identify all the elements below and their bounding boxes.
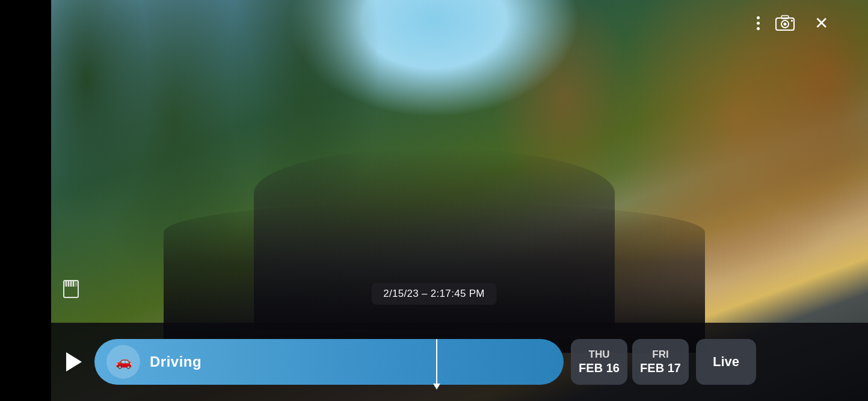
- live-label: Live: [713, 354, 739, 370]
- thu-label: THU: [589, 349, 610, 361]
- play-icon: [66, 352, 82, 371]
- feb16-label: FEB 16: [579, 361, 620, 375]
- car-icon: 🚗: [115, 354, 132, 370]
- screenshot-button[interactable]: [774, 12, 796, 34]
- play-button[interactable]: [61, 349, 87, 375]
- left-sidebar: [0, 0, 51, 401]
- top-controls: ✕: [757, 12, 832, 34]
- activity-label: Driving: [150, 353, 202, 370]
- activity-icon-circle: 🚗: [106, 345, 140, 379]
- bottom-bar: 🚗 Driving THU FEB 16 FRI FEB 17 Live: [51, 323, 868, 401]
- fri-label: FRI: [652, 349, 668, 361]
- date-button-fri-feb17[interactable]: FRI FEB 17: [632, 339, 689, 385]
- more-button[interactable]: [757, 16, 760, 30]
- live-button[interactable]: Live: [696, 339, 756, 385]
- timestamp-text: 2/15/23 – 2:17:45 PM: [383, 288, 485, 299]
- close-button[interactable]: ✕: [810, 12, 832, 34]
- svg-rect-4: [791, 20, 793, 22]
- date-button-thu-feb16[interactable]: THU FEB 16: [571, 339, 627, 385]
- date-buttons: THU FEB 16 FRI FEB 17: [571, 339, 689, 385]
- scrubber-line[interactable]: [436, 339, 437, 385]
- timeline-pill[interactable]: 🚗 Driving: [94, 339, 564, 385]
- svg-point-3: [784, 23, 787, 26]
- feb17-label: FEB 17: [640, 361, 681, 375]
- svg-rect-2: [781, 16, 789, 19]
- sd-card-icon: [60, 277, 82, 299]
- timestamp-tooltip: 2/15/23 – 2:17:45 PM: [371, 283, 497, 305]
